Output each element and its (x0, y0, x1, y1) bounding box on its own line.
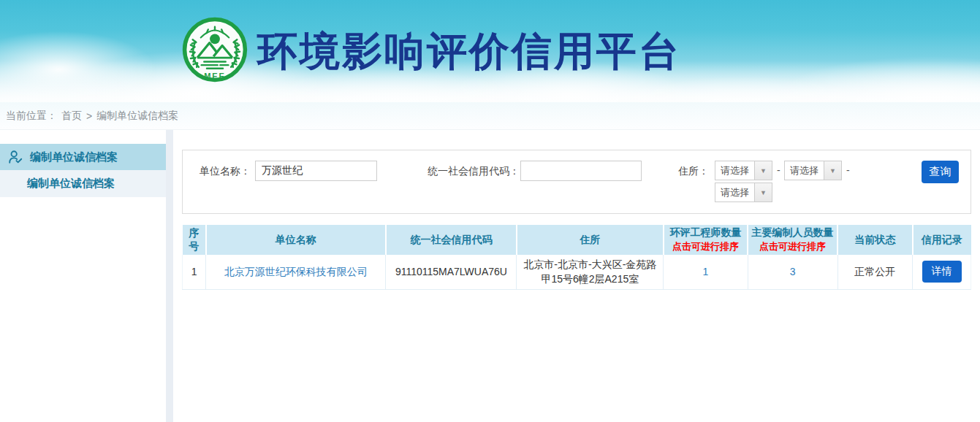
select-value: 请选择 (715, 183, 754, 202)
select-value: 请选择 (785, 161, 824, 180)
header-credit-record: 信用记录 (913, 225, 971, 255)
sidebar-divider (166, 130, 173, 422)
sort-hint[interactable]: 点击可进行排序 (666, 240, 745, 253)
row-address: 北京市-北京市-大兴区-金苑路甲15号6幢2层A215室 (517, 255, 664, 289)
address-city-select[interactable]: 请选择 ▼ (784, 161, 842, 180)
header-staff-count-label: 主要编制人员数量 (752, 226, 834, 238)
sort-hint[interactable]: 点击可进行排序 (750, 240, 835, 253)
sidebar-item-credit-archive[interactable]: 编制单位诚信档案 (0, 144, 166, 170)
sidebar-subitem-label: 编制单位诚信档案 (27, 177, 115, 191)
row-index: 1 (183, 255, 206, 289)
dash-separator: - (846, 161, 850, 180)
query-button[interactable]: 查询 (922, 161, 959, 183)
person-check-icon (7, 149, 23, 165)
logo-mee-text: MEE (204, 72, 225, 80)
breadcrumb-separator: > (86, 110, 92, 122)
row-credit-code: 91110115MA7LWUA76U (386, 255, 517, 289)
table-header-row: 序号 单位名称 统一社会信用代码 住所 环评工程师数量 点击可进行排序 主要编制… (183, 225, 971, 255)
sidebar: 编制单位诚信档案 编制单位诚信档案 (0, 130, 166, 422)
dash-separator: - (777, 161, 780, 180)
header-staff-count-sort[interactable]: 主要编制人员数量 点击可进行排序 (748, 225, 837, 255)
header-credit-code: 统一社会信用代码 (386, 225, 517, 255)
results-table: 序号 单位名称 统一社会信用代码 住所 环评工程师数量 点击可进行排序 主要编制… (182, 225, 971, 290)
mee-logo-icon: MEE (181, 16, 248, 83)
header-index: 序号 (183, 225, 206, 255)
header-engineer-count-sort[interactable]: 环评工程师数量 点击可进行排序 (664, 225, 748, 255)
page-body: 编制单位诚信档案 编制单位诚信档案 单位名称： 统一社会信用代码： 住所： 请选… (0, 130, 980, 422)
sidebar-subitem-credit-archive[interactable]: 编制单位诚信档案 (0, 170, 166, 197)
company-name-input[interactable] (255, 161, 377, 181)
address-province-select[interactable]: 请选择 ▼ (715, 161, 772, 180)
table-row: 1 北京万源世纪环保科技有限公司 91110115MA7LWUA76U 北京市-… (183, 255, 971, 289)
address-label: 住所： (678, 161, 709, 181)
search-panel: 单位名称： 统一社会信用代码： 住所： 请选择 ▼ - 请选择 ▼ - 请选择 … (182, 150, 971, 214)
chevron-down-icon[interactable]: ▼ (824, 161, 841, 180)
chevron-down-icon[interactable]: ▼ (754, 161, 772, 180)
header-engineer-count-label: 环评工程师数量 (669, 226, 741, 238)
header-company-name: 单位名称 (206, 225, 386, 255)
header-current-status: 当前状态 (837, 225, 913, 255)
breadcrumb-home-link[interactable]: 首页 (61, 110, 82, 123)
site-header: MEE 环境影响评价信用平台 (0, 0, 980, 102)
breadcrumb-prefix: 当前位置： (6, 110, 57, 123)
breadcrumb-current: 编制单位诚信档案 (96, 110, 178, 123)
credit-code-label: 统一社会信用代码： (413, 161, 520, 181)
main-content: 单位名称： 统一社会信用代码： 住所： 请选择 ▼ - 请选择 ▼ - 请选择 … (173, 130, 980, 422)
chevron-down-icon[interactable]: ▼ (754, 183, 772, 202)
address-district-select[interactable]: 请选择 ▼ (715, 183, 772, 202)
company-name-link[interactable]: 北京万源世纪环保科技有限公司 (224, 266, 368, 277)
select-value: 请选择 (715, 161, 754, 180)
page-title: 环境影响评价信用平台 (257, 25, 681, 79)
header-address: 住所 (517, 225, 664, 255)
row-status: 正常公开 (837, 255, 913, 289)
company-name-label: 单位名称： (200, 161, 251, 181)
detail-button[interactable]: 详情 (922, 261, 962, 283)
staff-count-link[interactable]: 3 (790, 266, 796, 277)
credit-code-input[interactable] (520, 161, 642, 181)
engineer-count-link[interactable]: 1 (702, 266, 708, 277)
sidebar-item-label: 编制单位诚信档案 (30, 150, 118, 164)
breadcrumb: 当前位置： 首页 > 编制单位诚信档案 (0, 102, 980, 130)
